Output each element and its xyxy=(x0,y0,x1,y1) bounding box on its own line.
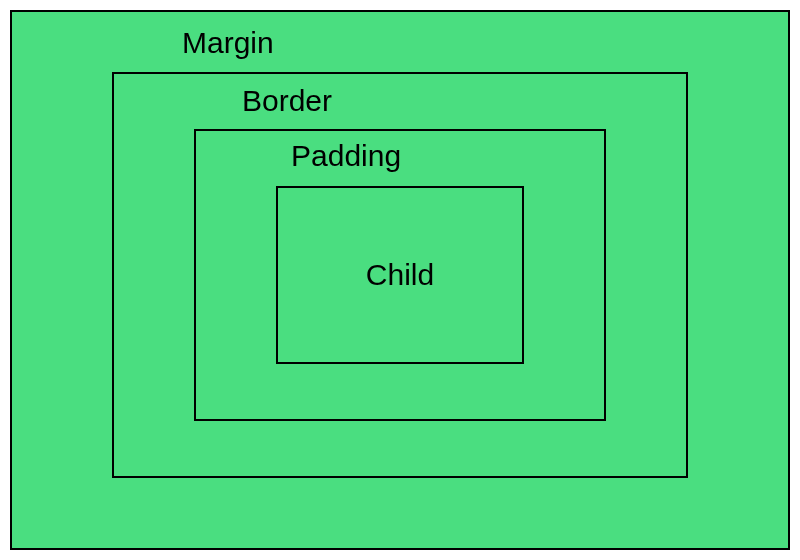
child-box: Child xyxy=(276,186,524,364)
padding-box: Padding Child xyxy=(194,129,606,421)
child-label: Child xyxy=(366,258,434,292)
margin-label: Margin xyxy=(182,26,274,60)
border-box: Border Padding Child xyxy=(112,72,688,478)
margin-box: Margin Border Padding Child xyxy=(10,10,790,550)
border-label: Border xyxy=(242,84,332,118)
padding-label: Padding xyxy=(291,139,401,173)
